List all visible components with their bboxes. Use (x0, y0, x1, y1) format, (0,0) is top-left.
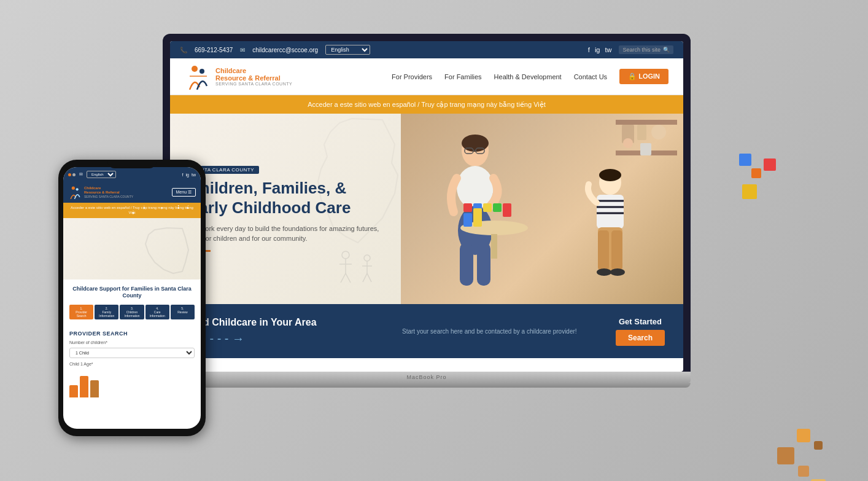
cta-get-started: Get Started Search (616, 317, 665, 346)
phone-icon: 📞 (180, 47, 187, 53)
phone-notch (107, 160, 157, 168)
site-logo: ChildcareResource & Referral SERVING SAN… (185, 64, 292, 90)
cta-search-button[interactable]: Search (616, 330, 665, 346)
phone-content-section: Childcare Support for Families in Santa … (63, 280, 201, 330)
social-icons: f ig tw (588, 46, 612, 53)
step-2-label: Family Information (96, 310, 117, 318)
topbar-phone: 669-212-5437 (195, 47, 233, 53)
phone-bar-chart (63, 373, 201, 400)
deco-sq-2 (797, 429, 810, 442)
nav-for-families[interactable]: For Families (444, 73, 482, 80)
laptop-foot (163, 383, 691, 388)
phone-status-dots (68, 173, 76, 176)
phone-language-selector[interactable]: English (87, 171, 116, 178)
phone-topbar: ✉ English f ig tw (63, 167, 201, 182)
cta-text-area: Find Childcare in Your Area - - - - - → (188, 317, 390, 346)
nav-contact-us[interactable]: Contact Us (574, 73, 607, 80)
dot-2 (72, 173, 76, 176)
svg-point-40 (623, 138, 633, 148)
phone-social-icons: f ig tw (182, 173, 196, 177)
site-topbar: 📞 669-212-5437 ✉ childcarercc@sccoe.org … (170, 41, 683, 58)
phone-steps: 1. Provider Search 2. Family Information… (69, 305, 195, 319)
phone-logo-sub: SERVING SANTA CLARA COUNTY (84, 195, 133, 198)
phone-ca-outline (139, 225, 195, 275)
nav-health-development[interactable]: Health & Development (494, 73, 562, 80)
phone-logo: ChildcareResource & Referral SERVING SAN… (68, 186, 133, 199)
svg-rect-32 (611, 230, 622, 270)
svg-point-42 (72, 187, 75, 190)
deco-sq-3 (798, 466, 809, 477)
svg-point-8 (364, 255, 370, 261)
phone-step-4: 4. Care Information (145, 305, 169, 319)
svg-rect-26 (597, 195, 624, 229)
nav-for-providers[interactable]: For Providers (392, 73, 432, 80)
phone-provider-search: PROVIDER SEARCH Number of children* 1 Ch… (63, 330, 201, 373)
laptop-base (163, 372, 691, 383)
step-1-label: Provider Search (71, 310, 92, 318)
phone-logo-icon (68, 186, 82, 199)
svg-point-38 (651, 125, 666, 139)
phone-screen: ✉ English f ig tw (63, 167, 201, 429)
blue-block-1 (739, 154, 751, 166)
search-box[interactable]: Search this site 🔍 (619, 45, 673, 54)
svg-rect-23 (491, 234, 497, 259)
search-text: Search this site (622, 47, 661, 53)
table-blocks (457, 216, 531, 267)
phone-support-title: Childcare Support for Families in Santa … (69, 286, 195, 300)
phone-twitter-icon[interactable]: tw (192, 173, 196, 177)
svg-point-1 (200, 69, 204, 74)
orange-block-1 (751, 168, 761, 178)
deco-drawings (333, 249, 382, 298)
language-selector[interactable]: English Español Tiếng Việt (325, 45, 370, 55)
shelf-deco (616, 120, 677, 196)
deco-sq-4 (814, 441, 823, 450)
svg-point-3 (342, 251, 349, 259)
svg-line-11 (363, 273, 367, 282)
cta-title: Find Childcare in Your Area (188, 317, 390, 328)
svg-rect-41 (640, 143, 651, 155)
twitter-icon[interactable]: tw (605, 46, 611, 53)
svg-line-6 (341, 273, 346, 283)
deco-sq-1 (777, 447, 794, 464)
cta-description: Start your search here and be contacted … (402, 328, 603, 335)
step-5-label: Review (172, 310, 193, 314)
bar-2 (80, 376, 88, 397)
phone-logo-text-block: ChildcareResource & Referral SERVING SAN… (84, 186, 133, 198)
instagram-icon[interactable]: ig (595, 46, 600, 53)
logo-main-text: ChildcareResource & Referral (215, 67, 292, 82)
phone-children-label: Number of children* (69, 340, 195, 345)
bar-1 (69, 385, 78, 397)
login-button[interactable]: 🔒 LOGIN (619, 69, 668, 84)
phone-step-2: 2. Family Information (95, 305, 118, 319)
search-icon[interactable]: 🔍 (663, 47, 670, 53)
phone-logo-main: ChildcareResource & Referral (84, 186, 133, 194)
site-banner[interactable]: Acceder a este sitio web en español / Tr… (170, 95, 683, 114)
phone-instagram-icon[interactable]: ig (186, 173, 189, 177)
laptop-screen-inner: 📞 669-212-5437 ✉ childcarercc@sccoe.org … (170, 41, 683, 372)
phone-search-title: PROVIDER SEARCH (69, 330, 195, 337)
red-block-1 (764, 158, 776, 171)
svg-point-33 (597, 268, 611, 276)
email-icon-phone: ✉ (79, 172, 83, 177)
svg-point-14 (462, 135, 489, 152)
phone-menu-button[interactable]: Menu ☰ (172, 188, 196, 197)
svg-line-12 (367, 273, 371, 282)
svg-rect-37 (637, 125, 646, 140)
logo-serving-text: SERVING SANTA CLARA COUNTY (215, 82, 292, 86)
site-navbar: ChildcareResource & Referral SERVING SAN… (170, 58, 683, 95)
logo-icon (185, 64, 211, 90)
phone-facebook-icon[interactable]: f (182, 173, 184, 177)
svg-line-7 (346, 273, 351, 283)
svg-point-43 (76, 188, 79, 190)
dot-1 (68, 173, 71, 176)
svg-rect-35 (616, 120, 677, 125)
cta-bar: Find Childcare in Your Area - - - - - → … (170, 304, 683, 358)
phone-step-5: 5. Review (171, 305, 195, 319)
cta-get-started-label: Get Started (616, 317, 665, 326)
phone-children-select[interactable]: 1 Child 2 Children 3 Children (69, 348, 195, 358)
phone-banner[interactable]: Acceder a este sitio web en español / Tr… (63, 203, 201, 218)
phone-banner-text: Acceder a este sitio web en español / Tr… (71, 206, 193, 214)
scene: 📞 669-212-5437 ✉ childcarercc@sccoe.org … (0, 0, 868, 481)
topbar-email: childcarercc@sccoe.org (252, 47, 318, 53)
facebook-icon[interactable]: f (588, 46, 590, 53)
